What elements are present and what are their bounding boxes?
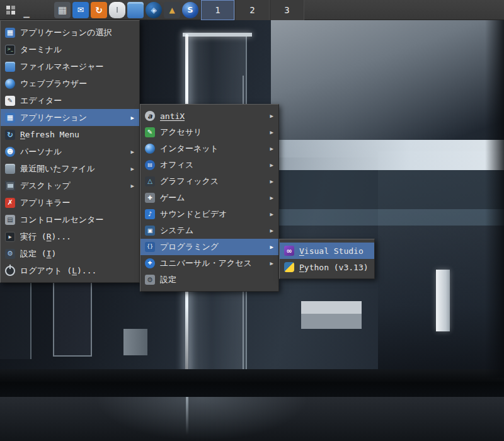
menu-item-logout[interactable]: ログアウト (L)... [1,262,139,279]
mouse-icon[interactable] [109,2,125,18]
menu-item-desktop[interactable]: デスクトップ [1,177,139,194]
update-icon[interactable] [91,2,107,18]
antix-icon [145,111,155,121]
label-hotkey: L [72,266,77,275]
editor-icon [5,96,15,106]
menu-item-run[interactable]: 実行 (R)... [1,228,139,245]
start-menu-button[interactable] [0,0,21,20]
menu-item-label: プログラミング [160,241,219,253]
submenu-item-sound-video[interactable]: サウンドとビデオ [140,206,278,222]
menu-item-select-application[interactable]: アプリケーションの選択 [1,24,139,41]
menu-item-label: 実行 (R)... [20,231,71,243]
menu-item-web-browser[interactable]: ウェブブラウザー [1,75,139,92]
submenu-item-settings[interactable]: 設定 [140,272,278,288]
mail-icon[interactable] [72,2,89,18]
menu-item-refresh-menu[interactable]: Refresh Menu [1,126,139,143]
menu-grid-icon [6,6,15,14]
menu-item-label: パーソナル [20,146,62,158]
label-pre: 設定 ( [20,249,47,258]
wallpaper-pedestal [123,329,147,355]
workspace-button-1[interactable]: 1 [200,0,235,20]
show-desktop-icon[interactable] [21,0,32,20]
menu-item-label: オフィス [160,159,193,171]
submenu-item-python[interactable]: Python (v3.13) [280,259,374,275]
programming-icon [145,242,155,252]
menu-item-label: グラフィックス [160,176,219,187]
menu-item-label: 設定 [160,274,176,285]
submenu-item-system[interactable]: システム [140,222,278,239]
menu-item-label: ターミナル [20,44,62,55]
file-manager-icon [5,62,15,72]
menu-item-terminal[interactable]: ターミナル [1,41,139,58]
submenu-item-programming[interactable]: プログラミング [140,239,278,255]
submenu-item-accessories[interactable]: アクセサリ [140,124,278,140]
wallpaper-right-shadow [485,0,504,378]
control-center-icon [5,215,15,225]
menu-item-label: Visual Studio [299,246,364,256]
label-hotkey: P [299,263,304,272]
system-icon [145,226,155,236]
web-browser-icon [5,79,15,89]
submenu-item-games[interactable]: ゲーム [140,190,278,206]
menu-item-label: antiX [160,112,185,121]
web-icon[interactable] [182,2,198,18]
applications-icon [5,113,15,123]
menu-item-label: ゲーム [160,192,185,203]
wallpaper-left-glass [0,271,32,359]
app-grid-icon[interactable] [54,2,71,18]
menu-item-label: アプリキラー [20,197,71,209]
label-hotkey: R [20,130,25,139]
menu-item-applications[interactable]: アプリケーション [1,109,139,126]
settings-gear-icon [145,275,155,285]
run-icon [5,232,15,242]
label-post: isual Studio [304,246,364,256]
submenu-item-universal-access[interactable]: ユニバーサル・アクセス [140,255,278,272]
label-post: efresh Menu [25,130,79,139]
python-icon [284,262,294,272]
graphics-icon[interactable] [164,2,180,18]
submenu-item-visual-studio[interactable]: Visual Studio [280,243,374,259]
file-manager-icon[interactable] [127,2,144,18]
menu-item-label: アクセサリ [160,127,202,138]
label-post: )... [51,232,71,241]
menu-item-app-killer[interactable]: アプリキラー [1,194,139,211]
wallpaper-floor-reflection [94,397,309,441]
accessories-icon [145,127,155,137]
workspace-switcher: 1 2 3 [200,0,304,20]
taskbar: 1 2 3 [0,0,504,20]
label-hotkey: V [299,246,304,256]
submenu-item-graphics[interactable]: グラフィックス [140,173,278,190]
submenu-item-office[interactable]: オフィス [140,157,278,173]
wallpaper-white-pillar [436,270,450,331]
menu-item-label: 設定 (I) [20,248,56,260]
wallpaper-step-blocks [301,301,362,329]
menu-item-personal[interactable]: パーソナル [1,143,139,160]
menu-item-label: エディター [20,95,62,106]
menu-item-file-manager[interactable]: ファイルマネージャー [1,58,139,75]
applications-submenu: antiX アクセサリ インターネット オフィス グラフィックス ゲーム サウン… [140,104,279,292]
logout-icon [5,266,15,276]
menu-item-label: ログアウト (L)... [20,265,96,277]
workspace-button-3[interactable]: 3 [270,0,304,20]
menu-item-label: インターネット [160,143,219,154]
menu-item-label: デスクトップ [20,180,71,192]
menu-item-label: システム [160,225,193,236]
menu-item-control-center[interactable]: コントロールセンター [1,211,139,228]
submenu-item-antix[interactable]: antiX [140,108,278,124]
universal-access-icon [145,258,155,268]
menu-item-label: Python (v3.13) [299,263,369,272]
menu-item-editor[interactable]: エディター [1,92,139,109]
wallpaper-dark-band [271,170,504,209]
desktop: 1 2 3 アプリケーションの選択 ターミナル ファイルマネージャー ウェブブラ… [0,0,504,441]
menu-item-label: コントロールセンター [20,214,103,226]
menu-item-settings[interactable]: 設定 (I) [1,245,139,262]
desktop-icon [5,181,15,191]
menu-item-label: Refresh Menu [20,130,79,139]
wallpaper-lower-band [271,209,504,226]
submenu-item-internet[interactable]: インターネット [140,140,278,157]
quick-launch-bar [54,2,198,18]
menu-item-recent-files[interactable]: 最近開いたファイル [1,160,139,177]
workspace-button-2[interactable]: 2 [235,0,270,20]
graphics-icon [145,176,155,186]
browser-icon[interactable] [146,2,162,18]
